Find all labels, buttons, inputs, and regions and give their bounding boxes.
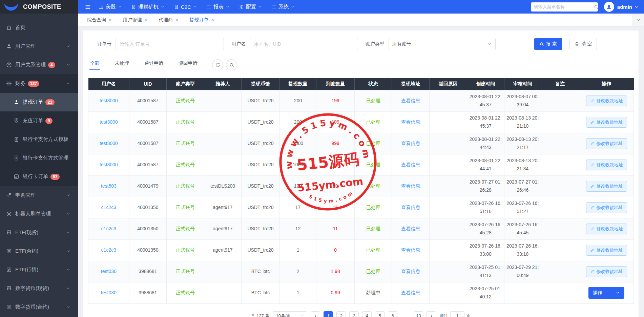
sidebar-item[interactable]: 数字货币(现货)	[0, 279, 78, 298]
status-tab[interactable]: 全部	[89, 60, 100, 70]
clear-button[interactable]: 清 空	[569, 38, 597, 50]
status-tabs-row: 全部 未处理 通过申请 驳回申请	[88, 59, 634, 70]
view-address-link[interactable]: 查看信息	[401, 162, 420, 167]
account-type-cell: 正式账号	[176, 141, 195, 146]
view-address-link[interactable]: 查看信息	[401, 290, 420, 295]
table-search-button[interactable]	[226, 59, 237, 70]
username-link[interactable]: test030	[101, 290, 117, 295]
nav-menu-item[interactable]: C2C	[174, 4, 197, 10]
view-address-link[interactable]: 查看信息	[401, 247, 420, 253]
sidebar-item[interactable]: 银行卡支付方式模板	[0, 130, 78, 149]
page-button[interactable]: 4	[362, 311, 372, 317]
referrer-cell: agent917	[204, 197, 242, 218]
chevron-down-icon	[67, 46, 69, 47]
page-button[interactable]: 13	[414, 311, 423, 317]
page-tab[interactable]: 综合查询	[81, 14, 117, 26]
reviewed-time-cell	[504, 282, 541, 303]
username-link[interactable]: test3000	[100, 162, 118, 167]
edit-address-button[interactable]: 修改收款地址	[586, 96, 627, 106]
edit-address-button[interactable]: 修改收款地址	[586, 181, 627, 192]
edit-address-button[interactable]: 修改收款地址	[586, 224, 627, 234]
username-link[interactable]: test3000	[100, 119, 118, 125]
sidebar-item[interactable]: 提现订单 21	[0, 93, 78, 111]
sidebar-item[interactable]: 首页	[0, 18, 78, 37]
page-button[interactable]: 6	[388, 311, 397, 317]
edit-address-label: 修改收款地址	[597, 162, 623, 168]
view-address-link[interactable]: 查看信息	[401, 183, 420, 189]
view-address-link[interactable]: 查看信息	[401, 141, 420, 146]
sidebar-item[interactable]: 财务 127	[0, 74, 78, 93]
chevron-down-icon[interactable]	[634, 5, 639, 9]
user-menu[interactable]: admin	[617, 4, 632, 10]
page-tab[interactable]: 用户管理	[117, 14, 153, 26]
sidebar-item[interactable]: ETF(现货)	[0, 223, 78, 242]
page-button[interactable]: 5	[375, 311, 385, 317]
nav-menu-item[interactable]: 理财矿机	[131, 4, 165, 10]
sidebar-item[interactable]: 用户关系管理 4	[0, 56, 78, 74]
username-link[interactable]: test503	[101, 183, 117, 189]
page-tab[interactable]: 提现订单	[184, 14, 220, 26]
view-address-link[interactable]: 查看信息	[401, 119, 420, 125]
page-button[interactable]: 1	[324, 311, 333, 317]
close-icon[interactable]	[109, 17, 111, 22]
sidebar-item[interactable]: ETF(行情)	[0, 260, 78, 279]
view-address-link[interactable]: 查看信息	[401, 205, 420, 210]
sidebar-item[interactable]: 机器人刷单管理	[0, 205, 78, 223]
page-button[interactable]: ...	[401, 311, 410, 317]
account-type-select[interactable]: 所有账号	[389, 38, 496, 50]
username-input[interactable]	[250, 38, 358, 50]
page-size-select[interactable]: 10条/页	[273, 311, 307, 317]
edit-address-button[interactable]: 修改收款地址	[586, 117, 627, 128]
goto-page-input[interactable]	[450, 311, 464, 317]
view-address-link[interactable]: 查看信息	[401, 269, 420, 274]
order-no-input[interactable]	[116, 38, 224, 50]
username-link[interactable]: c1c2c3	[101, 226, 116, 231]
sidebar-item[interactable]: 银行卡支付方式管理	[0, 149, 78, 167]
prev-page-button[interactable]	[311, 311, 320, 317]
page-tab[interactable]: 代理商	[153, 14, 184, 26]
view-address-link[interactable]: 查看信息	[401, 98, 420, 103]
nav-menu-item[interactable]: 配置	[239, 4, 262, 10]
nav-menu-item[interactable]: 系统	[271, 4, 295, 10]
username-link[interactable]: test030	[101, 269, 117, 274]
next-page-button[interactable]	[427, 311, 436, 317]
refresh-button[interactable]	[212, 59, 223, 70]
username-link[interactable]: test3000	[100, 141, 118, 146]
chevron-left-icon	[313, 314, 318, 317]
edit-address-button[interactable]: 修改收款地址	[586, 160, 627, 170]
close-icon[interactable]	[175, 17, 178, 22]
page-tab-label: 用户管理	[123, 17, 142, 23]
view-address-link[interactable]: 查看信息	[401, 226, 420, 231]
status-tab[interactable]: 未处理	[114, 60, 130, 70]
status-tab[interactable]: 通过申请	[144, 60, 164, 70]
search-icon[interactable]	[594, 4, 599, 9]
edit-address-button[interactable]: 修改收款地址	[586, 245, 627, 256]
sidebar-item[interactable]: 充值订单 9	[0, 111, 78, 130]
hamburger-icon[interactable]	[85, 4, 91, 10]
close-icon[interactable]	[211, 17, 214, 22]
edit-address-button[interactable]: 修改收款地址	[586, 202, 627, 213]
page-button[interactable]: 2	[336, 311, 346, 317]
search-icon	[229, 62, 234, 68]
page-button[interactable]: 3	[349, 311, 359, 317]
sidebar-item[interactable]: 银行卡订单 97	[0, 167, 78, 186]
username-link[interactable]: c1c2c3	[101, 247, 116, 253]
edit-address-button[interactable]: 修改收款地址	[586, 138, 627, 149]
nav-menu-item[interactable]: 报表	[206, 4, 230, 10]
edit-address-button[interactable]: 修改收款地址	[586, 266, 627, 277]
sidebar-item[interactable]: ETF(合约)	[0, 242, 78, 260]
sidebar-item[interactable]: 申购管理	[0, 186, 78, 205]
received-amount-cell: 0	[334, 247, 337, 253]
tabs-dropdown-button[interactable]	[632, 14, 644, 26]
menu-search-input[interactable]	[534, 4, 594, 9]
status-tab[interactable]: 驳回申请	[178, 60, 198, 70]
nav-menu-item[interactable]: 美股	[99, 4, 122, 10]
username-link[interactable]: test3000	[100, 98, 118, 103]
avatar[interactable]	[604, 2, 614, 12]
close-icon[interactable]	[145, 17, 147, 22]
sidebar-item[interactable]: 数字货币(合约)	[0, 298, 78, 316]
row-actions-button[interactable]: 操作	[588, 287, 624, 299]
username-link[interactable]: c1c2c3	[101, 205, 116, 210]
search-button[interactable]: 搜 索	[534, 38, 562, 50]
sidebar-item[interactable]: 用户管理	[0, 37, 78, 56]
